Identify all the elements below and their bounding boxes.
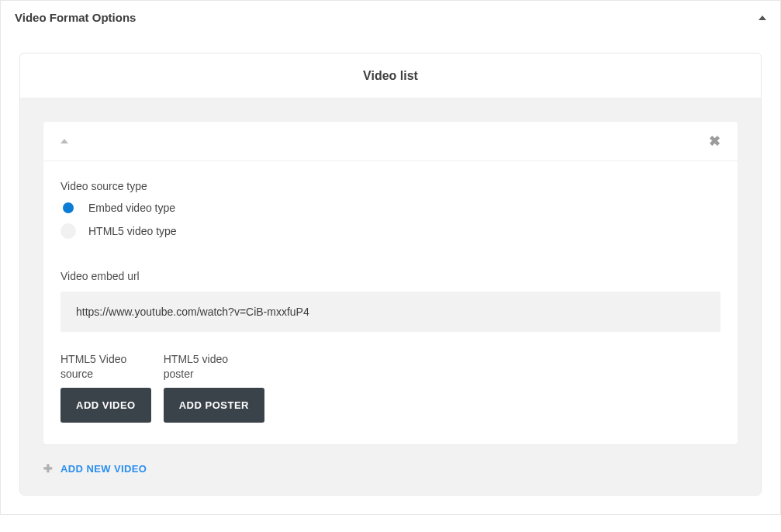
html5-poster-column: HTML5 video poster Add Poster (164, 352, 264, 423)
add-new-video-label: Add New Video (60, 463, 147, 475)
add-poster-button[interactable]: Add Poster (164, 388, 264, 423)
panel-title: Video list (20, 54, 761, 98)
video-format-options-accordion: Video Format Options Video list ✖ Video … (0, 0, 781, 515)
radio-label: HTML5 video type (88, 225, 177, 237)
chevron-up-icon[interactable] (60, 139, 68, 143)
html5-poster-label: HTML5 video poster (164, 352, 246, 382)
plus-icon: ✚ (43, 463, 53, 474)
accordion-body: Video list ✖ Video source type Embed vid… (1, 34, 780, 514)
video-list-panel: Video list ✖ Video source type Embed vid… (19, 53, 762, 496)
accordion-title: Video Format Options (15, 11, 136, 24)
card-body: Video source type Embed video type HTML5… (43, 161, 738, 444)
html5-source-column: HTML5 Video source Add Video (60, 352, 151, 423)
chevron-up-icon (759, 16, 766, 20)
radio-label: Embed video type (88, 202, 175, 214)
add-video-button[interactable]: Add Video (60, 388, 151, 423)
html5-source-label: HTML5 Video source (60, 352, 143, 382)
radio-html5-video-type[interactable]: HTML5 video type (60, 223, 721, 239)
accordion-header[interactable]: Video Format Options (1, 1, 780, 34)
add-new-video-button[interactable]: ✚ Add New Video (43, 463, 738, 475)
radio-embed-video-type[interactable]: Embed video type (60, 200, 721, 216)
source-type-label: Video source type (60, 180, 721, 192)
embed-url-input[interactable] (60, 292, 721, 332)
card-header: ✖ (43, 122, 738, 161)
panel-inner: ✖ Video source type Embed video type HTM… (20, 98, 761, 495)
video-item-card: ✖ Video source type Embed video type HTM… (43, 122, 738, 444)
close-icon[interactable]: ✖ (709, 134, 721, 148)
radio-icon (60, 223, 76, 239)
radio-icon (60, 200, 76, 216)
embed-url-label: Video embed url (60, 270, 721, 282)
